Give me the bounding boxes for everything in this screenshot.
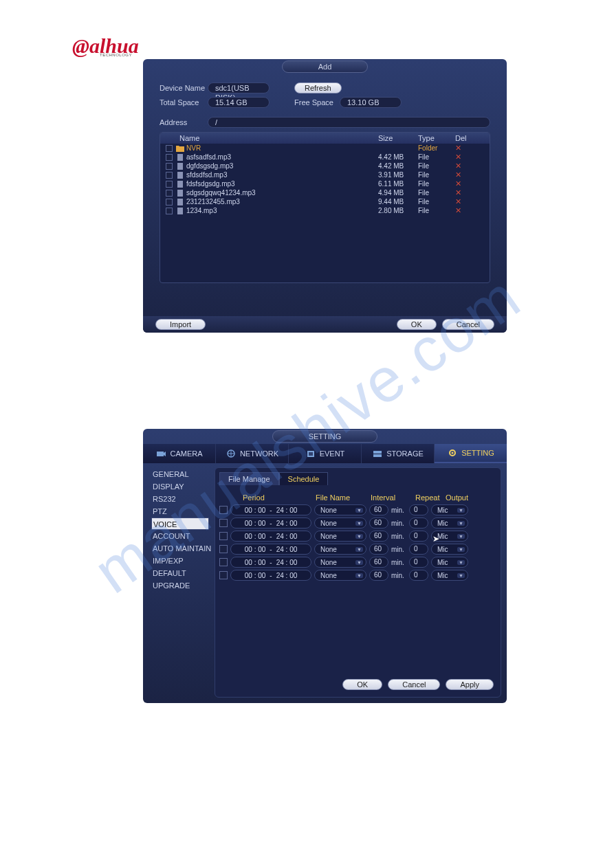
address-input[interactable]: / [208, 117, 490, 128]
filename-select[interactable]: None▼ [314, 570, 366, 581]
file-row[interactable]: NVRFolder✕ [160, 144, 490, 153]
nav-storage-label: STORAGE [386, 449, 424, 458]
delete-icon[interactable]: ✕ [455, 197, 490, 206]
interval-input[interactable]: 60 [369, 504, 388, 515]
repeat-input[interactable]: 0 [409, 544, 428, 555]
filename-select[interactable]: None▼ [314, 557, 366, 568]
file-type: Folder [418, 144, 455, 152]
import-button[interactable]: Import [155, 319, 206, 330]
period-input[interactable]: 00 : 00-24 : 00 [230, 557, 311, 568]
delete-icon[interactable]: ✕ [455, 162, 490, 170]
tab-schedule[interactable]: Schedule [279, 472, 329, 485]
output-select[interactable]: Mic▼ [431, 544, 468, 555]
delete-icon[interactable]: ✕ [455, 206, 490, 215]
tab-file-manage[interactable]: File Manage [219, 472, 279, 485]
filename-select[interactable]: None▼ [314, 518, 366, 528]
row-checkbox[interactable] [219, 506, 228, 514]
row-checkbox[interactable] [166, 181, 173, 188]
file-icon [175, 154, 185, 161]
nav-network-label: NETWORK [240, 449, 278, 458]
period-input[interactable]: 00 : 00-24 : 00 [230, 518, 311, 528]
nav-event[interactable]: EVENT [289, 444, 362, 463]
row-checkbox[interactable] [166, 154, 173, 161]
filename-select[interactable]: None▼ [314, 504, 366, 515]
period-input[interactable]: 00 : 00-24 : 00 [230, 504, 311, 515]
cursor-icon: ➤ [432, 534, 439, 544]
repeat-input[interactable]: 0 [409, 570, 428, 581]
sidebar-item-default[interactable]: DEFAULT [151, 567, 215, 579]
repeat-input[interactable]: 0 [409, 504, 428, 515]
period-input[interactable]: 00 : 00-24 : 00 [230, 570, 311, 581]
sidebar-item-account[interactable]: ACCOUNT [151, 530, 215, 542]
file-row[interactable]: fdsfsdgsdg.mp36.11 MBFile✕ [160, 179, 490, 188]
address-label: Address [160, 118, 208, 126]
sidebar-item-upgrade[interactable]: UPGRADE [151, 579, 215, 592]
delete-icon[interactable]: ✕ [455, 144, 490, 153]
sidebar-item-auto-maintain[interactable]: AUTO MAINTAIN [151, 542, 215, 555]
output-select[interactable]: Mic▼ [431, 557, 468, 568]
file-row[interactable]: asfsadfsd.mp34.42 MBFile✕ [160, 153, 490, 162]
sidebar-item-general[interactable]: GENERAL [151, 468, 215, 480]
repeat-input[interactable]: 0 [409, 531, 428, 542]
file-row[interactable]: sfdsdfsd.mp33.91 MBFile✕ [160, 170, 490, 179]
interval-input[interactable]: 60 [369, 544, 388, 555]
row-checkbox[interactable] [166, 172, 173, 179]
interval-unit: min. [391, 507, 406, 514]
sidebar-item-ptz[interactable]: PTZ [151, 505, 215, 518]
file-row[interactable]: 1234.mp32.80 MBFile✕ [160, 206, 490, 215]
row-checkbox[interactable] [219, 532, 228, 540]
nav-camera[interactable]: CAMERA [143, 444, 216, 463]
interval-input[interactable]: 60 [369, 570, 388, 581]
row-checkbox[interactable] [219, 519, 228, 527]
file-type: File [418, 189, 455, 197]
nav-storage[interactable]: STORAGE [362, 444, 435, 463]
delete-icon[interactable]: ✕ [455, 153, 490, 162]
file-row[interactable]: dgfdsgsdg.mp34.42 MBFile✕ [160, 162, 490, 170]
row-checkbox[interactable] [166, 190, 173, 197]
svg-rect-5 [177, 199, 183, 205]
output-select[interactable]: Mic▼ [431, 504, 468, 515]
period-input[interactable]: 00 : 00-24 : 00 [230, 544, 311, 555]
interval-input[interactable]: 60 [369, 557, 388, 568]
ok-button[interactable]: OK [342, 679, 382, 690]
repeat-input[interactable]: 0 [409, 518, 428, 528]
apply-button[interactable]: Apply [446, 679, 494, 690]
row-checkbox[interactable] [166, 199, 173, 205]
file-row[interactable]: 2312132455.mp39.44 MBFile✕ [160, 197, 490, 206]
file-row[interactable]: sdgsdgqwq41234.mp34.94 MBFile✕ [160, 188, 490, 197]
file-icon [175, 208, 185, 214]
output-select[interactable]: Mic▼ [431, 518, 468, 528]
filename-select[interactable]: None▼ [314, 544, 366, 555]
device-name-select[interactable]: sdc1(USB DISK)▼ [208, 82, 270, 93]
svg-rect-0 [177, 154, 183, 161]
interval-input[interactable]: 60 [369, 518, 388, 528]
sidebar-item-imp-exp[interactable]: IMP/EXP [151, 555, 215, 567]
sidebar-item-voice[interactable]: VOICE [151, 518, 209, 530]
refresh-button[interactable]: Refresh [294, 82, 342, 93]
cancel-button[interactable]: Cancel [388, 679, 440, 690]
col-name: Name [179, 134, 378, 142]
row-checkbox[interactable] [166, 145, 173, 152]
nav-network[interactable]: NETWORK [216, 444, 289, 463]
svg-rect-1 [177, 163, 183, 170]
interval-input[interactable]: 60 [369, 531, 388, 542]
row-checkbox[interactable] [219, 558, 228, 566]
row-checkbox[interactable] [219, 571, 228, 579]
file-type: File [418, 162, 455, 170]
filename-select[interactable]: None▼ [314, 531, 366, 542]
nav-setting[interactable]: SETTING [435, 444, 507, 463]
delete-icon[interactable]: ✕ [455, 179, 490, 188]
period-input[interactable]: 00 : 00-24 : 00 [230, 531, 311, 542]
output-select[interactable]: Mic▼ [431, 570, 468, 581]
repeat-input[interactable]: 0 [409, 557, 428, 568]
sidebar-item-rs-[interactable]: RS232 [151, 493, 215, 505]
row-checkbox[interactable] [166, 208, 173, 214]
delete-icon[interactable]: ✕ [455, 188, 490, 197]
row-checkbox[interactable] [219, 545, 228, 553]
delete-icon[interactable]: ✕ [455, 170, 490, 179]
file-type: File [418, 171, 455, 179]
row-checkbox[interactable] [166, 163, 173, 170]
ok-button[interactable]: OK [397, 319, 437, 330]
cancel-button[interactable]: Cancel [442, 319, 494, 330]
sidebar-item-display[interactable]: DISPLAY [151, 480, 215, 493]
